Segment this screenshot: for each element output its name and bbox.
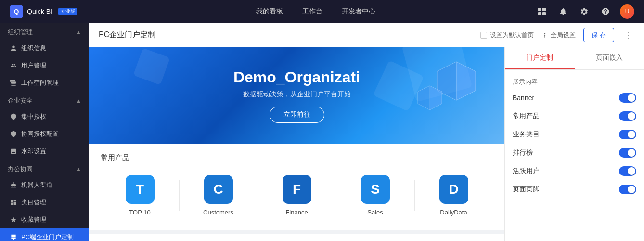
preview-panel-layout: Demo_Organizati 数据驱动决策，从企业门户平台开始 立即前往 常用… xyxy=(89,47,644,241)
sidebar-item-label-collab-auth: 协同授权配置 xyxy=(21,130,59,138)
sidebar-item-workspace-mgmt[interactable]: 工作空间管理 xyxy=(0,74,89,92)
page-header-right: 设置为默认首页 全局设置 保 存 ⋮ xyxy=(480,28,634,42)
category-icon xyxy=(10,199,17,206)
toggle-ranking[interactable] xyxy=(619,148,636,158)
main-layout: 组织管理 ▲ 组织信息 用户管理 工作空间管理 xyxy=(0,23,644,241)
svg-marker-9 xyxy=(418,86,430,110)
toggle-page-footer[interactable] xyxy=(619,185,636,194)
content-area: PC企业门户定制 设置为默认首页 全局设置 保 存 ⋮ xyxy=(89,23,644,241)
sidebar-item-watermark[interactable]: 水印设置 xyxy=(0,143,89,160)
sidebar-item-label-user-mgmt: 用户管理 xyxy=(21,61,46,70)
toggle-banner[interactable] xyxy=(619,93,636,103)
svg-rect-2 xyxy=(538,12,541,15)
star-icon xyxy=(10,216,17,224)
svg-rect-3 xyxy=(542,12,546,15)
top-nav-center: 我的看板 工作台 开发者中心 xyxy=(97,7,535,16)
global-settings-label: 全局设置 xyxy=(551,31,576,40)
toggle-row-page-footer: 页面页脚 xyxy=(513,185,636,194)
sidebar-item-label-favorites: 收藏管理 xyxy=(21,215,46,224)
nav-link-dashboard[interactable]: 我的看板 xyxy=(256,7,283,16)
workspace-icon xyxy=(10,79,17,87)
sidebar-item-user-mgmt[interactable]: 用户管理 xyxy=(0,57,89,74)
sidebar-item-robot[interactable]: 机器人渠道 xyxy=(0,176,89,194)
banner-3d-graphic xyxy=(408,52,485,129)
product-cards: T TOP 10 C Customers F Finance xyxy=(101,170,493,221)
sidebar-section-label-office: 办公协同 xyxy=(8,165,33,174)
grid-icon[interactable] xyxy=(535,5,549,18)
tab-portal-customize[interactable]: 门户定制 xyxy=(505,47,575,69)
sidebar: 组织管理 ▲ 组织信息 用户管理 工作空间管理 xyxy=(0,23,89,241)
toggle-active-users[interactable] xyxy=(619,166,636,176)
more-icon[interactable]: ⋮ xyxy=(622,30,634,40)
product-card-top10[interactable]: T TOP 10 xyxy=(101,170,179,221)
page-title: PC企业门户定制 xyxy=(99,30,155,40)
toggle-label-page-footer: 页面页脚 xyxy=(513,185,540,194)
banner-cta-button[interactable]: 立即前往 xyxy=(270,107,324,123)
top-nav-right: U xyxy=(535,4,634,19)
default-home-checkbox[interactable] xyxy=(480,32,487,39)
sidebar-section-header-org[interactable]: 组织管理 ▲ xyxy=(0,23,89,40)
default-home-check[interactable]: 设置为默认首页 xyxy=(480,31,534,40)
product-card-dailydata[interactable]: D DaliyData xyxy=(414,170,493,221)
help-icon[interactable] xyxy=(599,5,612,18)
toggle-common-products[interactable] xyxy=(619,111,636,121)
toggle-row-active-users: 活跃用户 xyxy=(513,166,636,176)
version-badge: 专业版 xyxy=(58,8,77,15)
sidebar-item-centralized-auth[interactable]: 集中授权 xyxy=(0,108,89,125)
product-icon-dailydata: D xyxy=(439,175,468,204)
logo-text: Quick BI xyxy=(27,8,52,15)
product-label-customers: Customers xyxy=(203,209,233,216)
product-card-sales[interactable]: S Sales xyxy=(336,170,414,221)
nav-link-dev-center[interactable]: 开发者中心 xyxy=(342,7,375,16)
toggle-label-active-users: 活跃用户 xyxy=(513,167,540,175)
sidebar-item-label-org-info: 组织信息 xyxy=(21,44,46,53)
business-category-section: 业务类目 xyxy=(89,230,504,241)
nav-link-workbench[interactable]: 工作台 xyxy=(302,7,322,16)
panel-tabs: 门户定制 页面嵌入 xyxy=(505,47,644,70)
users-icon xyxy=(10,62,17,69)
common-products-section: 常用产品 T TOP 10 C Customers xyxy=(89,144,504,230)
sidebar-item-org-info[interactable]: 组织信息 xyxy=(0,40,89,57)
chevron-up-icon: ▲ xyxy=(76,29,81,35)
sidebar-item-label-watermark: 水印设置 xyxy=(21,147,46,156)
sidebar-item-pc-portal[interactable]: PC端企业门户定制 xyxy=(0,228,89,241)
panel-section-title: 展示内容 xyxy=(513,78,636,86)
bell-icon[interactable] xyxy=(556,5,570,18)
sidebar-item-label-centralized-auth: 集中授权 xyxy=(21,112,46,121)
sidebar-section-label-org: 组织管理 xyxy=(8,28,33,37)
sidebar-item-label-category: 类目管理 xyxy=(21,198,46,207)
sidebar-section-header-office[interactable]: 办公协同 ▲ xyxy=(0,160,89,176)
banner: Demo_Organizati 数据驱动决策，从企业门户平台开始 立即前往 xyxy=(89,47,504,144)
watermark-icon xyxy=(10,147,17,155)
banner-shape-3 xyxy=(133,48,170,85)
settings-panel: 门户定制 页面嵌入 展示内容 Banner 常用产品 业务类目 xyxy=(504,47,644,241)
banner-title: Demo_Organizati xyxy=(233,68,360,86)
svg-rect-1 xyxy=(542,8,546,11)
product-label-dailydata: DaliyData xyxy=(440,209,467,216)
toggle-row-common-products: 常用产品 xyxy=(513,111,636,121)
avatar[interactable]: U xyxy=(620,4,634,19)
toggle-business-category[interactable] xyxy=(619,130,636,139)
product-card-customers[interactable]: C Customers xyxy=(179,170,258,221)
product-icon-top10: T xyxy=(126,175,155,204)
product-icon-customers: C xyxy=(204,175,233,204)
sidebar-section-security: 企业安全 ▲ 集中授权 协同授权配置 水印设置 xyxy=(0,92,89,160)
sidebar-section-header-security[interactable]: 企业安全 ▲ xyxy=(0,92,89,108)
product-label-sales: Sales xyxy=(367,209,383,216)
tab-page-embed[interactable]: 页面嵌入 xyxy=(575,47,644,69)
sidebar-item-favorites[interactable]: 收藏管理 xyxy=(0,211,89,228)
chevron-up-icon-security: ▲ xyxy=(76,98,81,104)
settings-icon[interactable] xyxy=(578,5,591,18)
product-icon-sales: S xyxy=(361,175,390,204)
logo-icon: Q xyxy=(10,5,23,18)
save-button[interactable]: 保 存 xyxy=(583,28,614,42)
sidebar-item-category[interactable]: 类目管理 xyxy=(0,194,89,211)
product-card-finance[interactable]: F Finance xyxy=(258,170,336,221)
preview-area: Demo_Organizati 数据驱动决策，从企业门户平台开始 立即前往 常用… xyxy=(89,47,504,241)
sidebar-item-collab-auth[interactable]: 协同授权配置 xyxy=(0,125,89,143)
svg-marker-5 xyxy=(456,62,476,100)
toggle-row-ranking: 排行榜 xyxy=(513,148,636,158)
global-settings-btn[interactable]: 全局设置 xyxy=(541,31,576,40)
product-icon-finance: F xyxy=(283,175,311,204)
page-header: PC企业门户定制 设置为默认首页 全局设置 保 存 ⋮ xyxy=(89,23,644,47)
